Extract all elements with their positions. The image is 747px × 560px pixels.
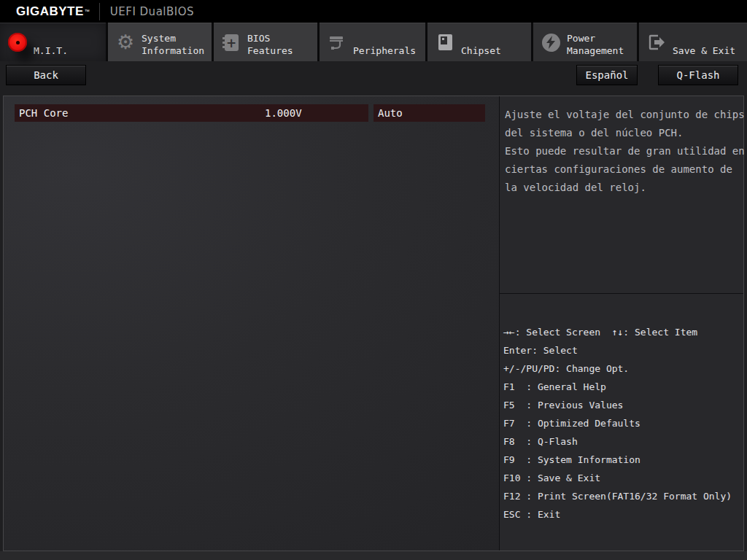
setting-current-voltage: 1.000V (265, 104, 302, 122)
peripherals-icon (327, 32, 347, 52)
qflash-button[interactable]: Q-Flash (658, 65, 738, 85)
legend-line: ESC : Exit (503, 505, 743, 524)
legend-line: →←: Select Screen ↑↓: Select Item (503, 323, 743, 341)
legend-line: F7 : Optimized Defaults (503, 414, 743, 432)
tab-peripherals-label: Peripherals (353, 44, 416, 57)
tab-bios-features[interactable]: BIOS Features (214, 23, 317, 61)
legend-line: F5 : Previous Values (503, 396, 743, 414)
firmware-title: UEFI DualBIOS (110, 5, 194, 18)
tab-save-exit-label: Save & Exit (673, 44, 735, 57)
settings-panel: PCH Core 1.000V Auto (4, 96, 499, 551)
tab-peripherals-line1 (353, 32, 416, 44)
gear-icon: ⚙ (115, 32, 136, 52)
setting-row-pch-core[interactable]: PCH Core 1.000V Auto (15, 104, 485, 122)
tab-chipset[interactable]: Chipset (427, 23, 531, 61)
legend-line: Enter: Select (503, 341, 743, 359)
key-legend: →←: Select Screen ↑↓: Select Item Enter:… (500, 294, 743, 524)
top-bar: GIGABYTE™ UEFI DualBIOS (0, 0, 747, 23)
tab-system-information-line1: System (142, 32, 204, 44)
main-panel: PCH Core 1.000V Auto Ajuste el voltaje d… (3, 96, 744, 551)
help-description: Ajuste el voltaje del conjunto de chips … (500, 96, 743, 294)
tab-save-exit[interactable]: Save & Exit (639, 23, 747, 61)
help-line: ciertas configuraciones de aumento de (505, 160, 740, 179)
tab-system-information[interactable]: ⚙ System Information (108, 23, 212, 61)
tab-power-management-line1: Power (567, 32, 624, 44)
footer-strip (0, 551, 747, 560)
tab-power-management-label: Management (567, 44, 624, 57)
trademark-symbol: ™ (85, 9, 90, 14)
setting-name-value-cell[interactable]: PCH Core 1.000V (15, 104, 368, 122)
chipset-icon (435, 32, 455, 52)
tab-power-management[interactable]: Power Management (533, 23, 637, 61)
legend-line: F1 : General Help (503, 378, 743, 396)
tab-mit[interactable]: M.I.T. (0, 23, 106, 61)
tab-chipset-label: Chipset (461, 44, 501, 57)
mit-red-disc-icon (7, 32, 28, 52)
tab-system-information-label: Information (142, 44, 204, 57)
tab-bar: M.I.T. ⚙ System Information BIOS Feature… (0, 23, 747, 61)
help-line: Ajuste el voltaje del conjunto de chips (505, 106, 740, 124)
tab-mit-label: M.I.T. (34, 44, 68, 57)
setting-option-cell[interactable]: Auto (374, 104, 485, 122)
bios-screen: GIGABYTE™ UEFI DualBIOS M.I.T. ⚙ System … (0, 0, 747, 560)
legend-line: +/-/PU/PD: Change Opt. (503, 359, 743, 378)
back-button[interactable]: Back (6, 65, 86, 85)
tab-chipset-line1 (461, 32, 501, 44)
legend-line: F9 : System Information (503, 451, 743, 469)
tab-mit-line1 (34, 32, 68, 44)
tab-bios-features-label: Features (247, 44, 293, 57)
gigabyte-logo: GIGABYTE (16, 4, 84, 19)
legend-line: F10 : Save & Exit (503, 469, 743, 487)
topbar-divider (99, 3, 100, 20)
tab-bios-features-line1: BIOS (247, 32, 293, 44)
help-line: Esto puede resultar de gran utilidad en (505, 142, 740, 160)
setting-option-value: Auto (378, 104, 403, 122)
legend-line: F8 : Q-Flash (503, 432, 743, 451)
language-button[interactable]: Español (576, 65, 638, 85)
setting-name: PCH Core (19, 104, 68, 122)
legend-line: F12 : Print Screen(FAT16/32 Format Only) (503, 487, 743, 505)
help-panel: Ajuste el voltaje del conjunto de chips … (499, 96, 743, 551)
tab-save-exit-line1 (673, 32, 735, 44)
bios-chip-icon (221, 32, 241, 52)
exit-door-icon (646, 32, 667, 52)
power-bolt-icon (541, 32, 561, 52)
tab-peripherals[interactable]: Peripherals (320, 23, 425, 61)
help-line: del sistema o del núcleo PCH. (505, 124, 740, 142)
help-line: la velocidad del reloj. (505, 179, 740, 197)
